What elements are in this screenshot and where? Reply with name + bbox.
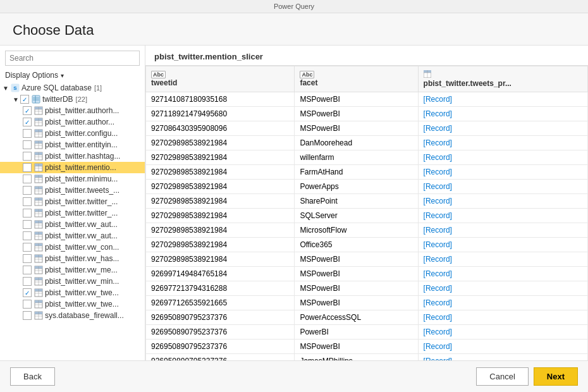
tree-checkbox[interactable] — [20, 95, 29, 104]
tree-checkbox[interactable] — [23, 254, 32, 263]
tree-item-label: pbist_twitter.vw_aut... — [45, 231, 118, 240]
tree-item-t8[interactable]: pbist_twitter.tweets_... — [0, 185, 145, 196]
cell-record: [Record] — [418, 136, 587, 150]
tree-item-t19[interactable]: sys.database_firewall... — [0, 310, 145, 321]
tree-checkbox[interactable] — [23, 163, 32, 172]
tree-checkbox[interactable] — [23, 231, 32, 240]
record-link: [Record] — [424, 124, 452, 133]
tree-item-t5[interactable]: pbist_twitter.hashtag... — [0, 150, 145, 162]
tree-item-t2[interactable]: pbist_twitter.author... — [0, 116, 145, 128]
record-link: [Record] — [424, 357, 452, 360]
tree-item-label: pbist_twitter.authorh... — [45, 106, 119, 115]
tree-checkbox[interactable] — [23, 266, 32, 274]
table-row[interactable]: 926977126535921665MSPowerBI[Record] — [146, 296, 588, 310]
table-row[interactable]: 926950890795237376MSPowerBI[Record] — [146, 340, 588, 354]
tree-item-t1[interactable]: pbist_twitter.authorh... — [0, 105, 145, 116]
cell-record: [Record] — [418, 223, 587, 238]
table-row[interactable]: 927029898538921984SQLServer[Record] — [146, 209, 588, 223]
column-header-content: pbist_twitter.tweets_pr... — [424, 70, 582, 88]
table-row[interactable]: 926950890795237376JamesMPhillips[Record] — [146, 354, 588, 361]
record-link: [Record] — [424, 109, 452, 118]
cell-tweetid: 926997149484765184 — [146, 267, 295, 281]
tree-checkbox[interactable] — [23, 118, 32, 126]
svg-text:S: S — [13, 85, 17, 91]
table-row[interactable]: 927029898538921984MicrosoftFlow[Record] — [146, 223, 588, 238]
tree-item-t14[interactable]: pbist_twitter.vw_has... — [0, 253, 145, 264]
record-link: [Record] — [424, 95, 452, 104]
tree-item-t12[interactable]: pbist_twitter.vw_aut... — [0, 230, 145, 242]
cell-facet: MSPowerBI — [295, 296, 418, 310]
title-bar: Power Query — [0, 0, 588, 13]
tree-checkbox[interactable] — [23, 277, 32, 286]
cell-tweetid: 927029898538921984 — [146, 165, 295, 180]
tree-item-t6[interactable]: pbist_twitter.mentio... — [0, 162, 145, 173]
table-row[interactable]: 927086430395908096MSPowerBI[Record] — [146, 121, 588, 136]
table-icon — [34, 266, 44, 274]
table-row[interactable]: 926950890795237376PowerAccessSQL[Record] — [146, 310, 588, 325]
tree-item-label: pbist_twitter.minimu... — [45, 175, 118, 183]
table-body: 927141087180935168MSPowerBI[Record]92711… — [146, 92, 588, 361]
table-row[interactable]: 927029898538921984Office365[Record] — [146, 238, 588, 252]
cell-tweetid: 927029898538921984 — [146, 194, 295, 209]
cell-tweetid: 926977213794316288 — [146, 281, 295, 296]
tree-item-label: sys.database_firewall... — [45, 311, 124, 320]
next-button[interactable]: Next — [534, 367, 578, 386]
back-button[interactable]: Back — [10, 367, 55, 386]
tree-item-t9[interactable]: pbist_twitter.twitter_... — [0, 196, 145, 207]
tree-checkbox[interactable] — [23, 140, 32, 149]
right-panel: pbist_twitter.mention_slicer Abc tweetid… — [145, 46, 588, 360]
tree-checkbox[interactable] — [23, 129, 32, 138]
cell-facet: MicrosoftFlow — [295, 223, 418, 238]
tree-checkbox[interactable] — [23, 311, 32, 320]
tree-checkbox[interactable] — [23, 300, 32, 309]
tree-item-t3[interactable]: pbist_twitter.configu... — [0, 128, 145, 139]
tree-checkbox[interactable] — [23, 175, 32, 183]
display-options-label: Display Options — [5, 71, 58, 80]
table-icon — [34, 277, 44, 286]
tree-checkbox[interactable] — [23, 243, 32, 252]
table-row[interactable]: 927029898538921984PowerApps[Record] — [146, 180, 588, 194]
record-link: [Record] — [424, 168, 452, 176]
record-link: [Record] — [424, 269, 452, 278]
cell-tweetid: 927029898538921984 — [146, 180, 295, 194]
table-row[interactable]: 927029898538921984MSPowerBI[Record] — [146, 252, 588, 267]
tree-item-label: twitterDB — [42, 95, 73, 104]
tree-item-t17[interactable]: pbist_twitter.vw_twe... — [0, 287, 145, 298]
table-row[interactable]: 926950890795237376PowerBI[Record] — [146, 325, 588, 340]
table-row[interactable]: 927029898538921984DanMoorehead[Record] — [146, 136, 588, 150]
cell-tweetid: 927029898538921984 — [146, 223, 295, 238]
tree-item-t4[interactable]: pbist_twitter.entityin... — [0, 139, 145, 150]
tree-checkbox[interactable] — [23, 197, 32, 206]
table-icon — [34, 231, 44, 240]
tree-checkbox[interactable] — [23, 186, 32, 195]
tree-item-t15[interactable]: pbist_twitter.vw_me... — [0, 264, 145, 276]
tree-item-twitterdb[interactable]: ▼ twitterDB[22] — [0, 94, 145, 105]
tree-item-t7[interactable]: pbist_twitter.minimu... — [0, 173, 145, 185]
table-row[interactable]: 927141087180935168MSPowerBI[Record] — [146, 92, 588, 107]
table-row[interactable]: 926977213794316288MSPowerBI[Record] — [146, 281, 588, 296]
table-row[interactable]: 927029898538921984SharePoint[Record] — [146, 194, 588, 209]
tree-checkbox[interactable] — [23, 220, 32, 229]
type-icon-abc: Abc — [300, 71, 314, 78]
tree-item-t13[interactable]: pbist_twitter.vw_con... — [0, 242, 145, 253]
tree-item-t11[interactable]: pbist_twitter.vw_aut... — [0, 219, 145, 230]
tree-item-t10[interactable]: pbist_twitter.twitter_... — [0, 207, 145, 219]
tree-item-label: pbist_twitter.vw_has... — [45, 254, 119, 263]
table-row[interactable]: 927118921479495680MSPowerBI[Record] — [146, 107, 588, 121]
cancel-button[interactable]: Cancel — [476, 367, 528, 386]
cell-record: [Record] — [418, 310, 587, 325]
tree-item-t16[interactable]: pbist_twitter.vw_min... — [0, 276, 145, 287]
cell-facet: MSPowerBI — [295, 252, 418, 267]
tree-checkbox[interactable] — [23, 288, 32, 297]
search-input[interactable] — [5, 51, 140, 66]
table-row[interactable]: 926997149484765184MSPowerBI[Record] — [146, 267, 588, 281]
table-icon — [34, 311, 44, 320]
tree-checkbox[interactable] — [23, 106, 32, 115]
table-row[interactable]: 927029898538921984willenfarm[Record] — [146, 150, 588, 165]
table-row[interactable]: 927029898538921984FarmAtHand[Record] — [146, 165, 588, 180]
tree-item-azure-sql[interactable]: ▼ S Azure SQL database[1] — [0, 82, 145, 94]
tree-item-t18[interactable]: pbist_twitter.vw_twe... — [0, 298, 145, 310]
display-options-button[interactable]: Display Options ▾ — [0, 68, 145, 82]
tree-checkbox[interactable] — [23, 209, 32, 217]
tree-checkbox[interactable] — [23, 152, 32, 161]
